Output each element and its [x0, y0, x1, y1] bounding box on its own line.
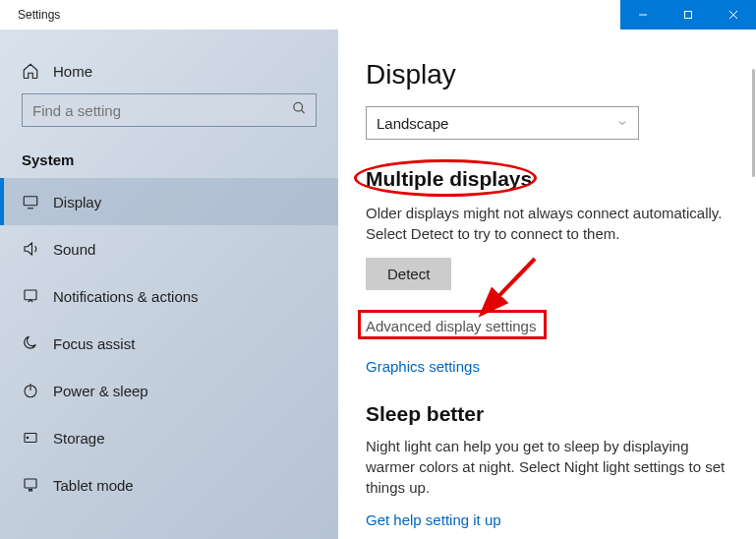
svg-rect-8 [25, 290, 36, 300]
sidebar-item-power-sleep[interactable]: Power & sleep [0, 367, 338, 414]
sleep-better-heading: Sleep better [366, 402, 728, 426]
sleep-better-body: Night light can help you get to sleep by… [366, 436, 728, 498]
main-layout: Home System Display Sound Notifications … [0, 30, 756, 539]
svg-rect-6 [24, 197, 37, 206]
multiple-displays-body: Older displays might not always connect … [366, 203, 728, 244]
svg-line-15 [484, 259, 535, 312]
chevron-down-icon [616, 115, 628, 132]
home-label: Home [53, 63, 92, 80]
sidebar-item-notifications[interactable]: Notifications & actions [0, 272, 338, 320]
sidebar-item-display[interactable]: Display [0, 178, 338, 225]
display-icon [22, 193, 39, 210]
page-title: Display [366, 59, 728, 90]
category-label: System [22, 151, 338, 168]
power-icon [22, 382, 39, 399]
advanced-display-settings-link[interactable]: Advanced display settings [366, 318, 536, 334]
sidebar-item-label: Display [53, 194, 101, 210]
sidebar-item-label: Sound [53, 241, 95, 258]
orientation-dropdown[interactable]: Landscape [366, 106, 639, 140]
sidebar-item-label: Notifications & actions [53, 288, 199, 305]
sidebar-item-sound[interactable]: Sound [0, 225, 338, 272]
detect-button[interactable]: Detect [366, 258, 451, 290]
scrollbar-thumb[interactable] [752, 69, 755, 177]
search-input[interactable] [22, 93, 317, 127]
orientation-selected: Landscape [377, 115, 448, 132]
sidebar-item-tablet-mode[interactable]: Tablet mode [0, 461, 338, 509]
tablet-icon [22, 476, 39, 494]
maximize-button[interactable] [666, 0, 711, 30]
content-panel: Display Landscape Multiple displays Olde… [338, 30, 756, 539]
close-button[interactable] [711, 0, 756, 30]
home-link[interactable]: Home [0, 51, 338, 90]
sidebar-item-focus-assist[interactable]: Focus assist [0, 320, 338, 367]
home-icon [22, 62, 39, 80]
sidebar-item-label: Storage [53, 430, 105, 447]
graphics-settings-link[interactable]: Graphics settings [366, 358, 480, 375]
advanced-link-wrap: Advanced display settings [366, 318, 728, 348]
sidebar-item-label: Focus assist [53, 335, 135, 352]
sleep-help-link[interactable]: Get help setting it up [366, 511, 501, 528]
window-title: Settings [0, 8, 60, 22]
sidebar: Home System Display Sound Notifications … [0, 30, 338, 539]
sidebar-item-label: Tablet mode [53, 477, 134, 494]
svg-point-12 [27, 437, 29, 439]
multiple-displays-heading: Multiple displays [366, 167, 532, 191]
sound-icon [22, 240, 39, 258]
notifications-icon [22, 287, 39, 305]
svg-rect-1 [685, 12, 692, 19]
focus-assist-icon [22, 334, 39, 352]
nav-list: Display Sound Notifications & actions Fo… [0, 178, 338, 509]
titlebar: Settings [0, 0, 756, 30]
svg-rect-14 [29, 490, 32, 492]
svg-rect-13 [25, 479, 36, 488]
window-controls [620, 0, 756, 30]
search-wrap [22, 93, 317, 127]
sidebar-item-storage[interactable]: Storage [0, 414, 338, 461]
multiple-displays-heading-wrap: Multiple displays [366, 167, 532, 203]
sidebar-item-label: Power & sleep [53, 383, 148, 399]
storage-icon [22, 429, 39, 447]
minimize-button[interactable] [620, 0, 666, 30]
